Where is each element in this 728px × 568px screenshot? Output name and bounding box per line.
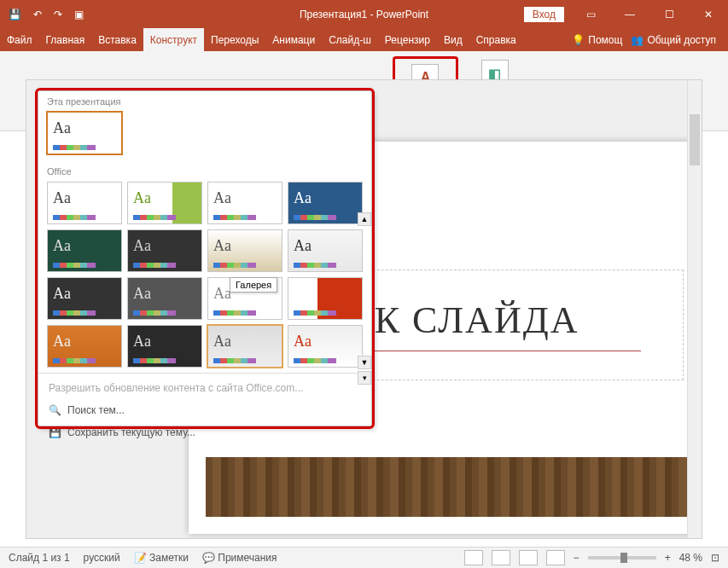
theme-thumb[interactable]: Aa — [127, 229, 202, 272]
theme-swatch — [53, 358, 96, 363]
tell-me[interactable]: 💡Помощ — [572, 34, 622, 46]
ribbon-options-icon[interactable]: ▭ — [571, 0, 610, 28]
theme-aa-text: Aa — [53, 189, 71, 207]
tab-animations[interactable]: Анимаци — [265, 28, 322, 51]
zoom-knob[interactable] — [620, 553, 627, 563]
slide-counter[interactable]: Слайд 1 из 1 — [9, 552, 70, 564]
save-icon: 💾 — [49, 426, 61, 438]
tab-design[interactable]: Конструкт — [143, 28, 204, 51]
fit-window-icon[interactable]: ⊡ — [711, 552, 719, 564]
theme-thumb-current[interactable]: Aa — [47, 112, 122, 154]
zoom-slider[interactable] — [588, 556, 656, 559]
close-icon[interactable]: ✕ — [689, 0, 728, 28]
theme-aa-text: Aa — [294, 333, 312, 351]
theme-swatch — [213, 358, 256, 363]
notes-label: Заметки — [149, 552, 189, 564]
scroll-down-icon[interactable]: ▼ — [358, 356, 371, 369]
theme-grid: ▲ ▼ ▾ AaAaAaAaAaAaAaAaAaAaAaAaAaAaAaAa — [38, 178, 371, 373]
theme-swatch — [294, 263, 336, 268]
theme-aa-text: Aa — [294, 237, 312, 255]
theme-thumb[interactable]: Aa — [288, 182, 363, 224]
undo-icon[interactable]: ↶ — [33, 9, 42, 20]
zoom-out-icon[interactable]: − — [574, 552, 579, 564]
comments-label: Примечания — [218, 552, 277, 564]
maximize-icon[interactable]: ☐ — [649, 0, 689, 28]
save-theme-item[interactable]: 💾 Сохранить текущую тему... — [38, 421, 371, 443]
theme-thumb[interactable]: Aa — [288, 325, 363, 368]
normal-view-button[interactable] — [464, 550, 483, 565]
titlebar: 💾 ↶ ↷ ▣ Презентация1 - PowerPoint Вход ▭… — [0, 0, 728, 28]
zoom-level[interactable]: 48 % — [679, 552, 702, 564]
theme-thumb[interactable]: Aa — [47, 229, 122, 272]
tab-review[interactable]: Рецензир — [378, 28, 437, 51]
notes-button[interactable]: 📝 Заметки — [134, 552, 189, 564]
share-label: Общий доступ — [647, 34, 716, 46]
theme-swatch — [53, 263, 96, 268]
slide-decoration — [206, 457, 692, 517]
theme-aa-text: Aa — [133, 285, 151, 303]
zoom-in-icon[interactable]: + — [665, 552, 671, 564]
theme-aa-text: Aa — [133, 333, 151, 351]
scrollbar-thumb[interactable] — [690, 114, 700, 165]
tab-transitions[interactable]: Переходы — [204, 28, 265, 51]
statusbar-right: − + 48 % ⊡ — [464, 550, 719, 565]
tab-insert[interactable]: Вставка — [91, 28, 143, 51]
theme-thumb[interactable]: Aa — [127, 182, 202, 224]
tab-slideshow[interactable]: Слайд-ш — [322, 28, 378, 51]
theme-thumb[interactable]: Aa — [288, 277, 363, 320]
statusbar: Слайд 1 из 1 русский 📝 Заметки 💬 Примеча… — [0, 547, 728, 568]
theme-aa-text: Aa — [213, 237, 231, 255]
redo-icon[interactable]: ↷ — [54, 9, 62, 20]
slideshow-view-button[interactable] — [546, 550, 565, 565]
theme-aa-text: Aa — [213, 189, 231, 207]
theme-thumb[interactable]: Aa — [127, 277, 202, 320]
ribbon-tabs: Файл Главная Вставка Конструкт Переходы … — [0, 28, 728, 51]
theme-aa-text: Aa — [294, 285, 312, 303]
tab-view[interactable]: Вид — [437, 28, 469, 51]
theme-thumb[interactable]: Aa — [47, 277, 122, 320]
tell-me-label: Помощ — [588, 34, 622, 46]
theme-aa-text: Aa — [213, 333, 231, 351]
minimize-icon[interactable]: — — [610, 0, 649, 28]
scroll-more-icon[interactable]: ▾ — [358, 371, 371, 385]
theme-swatch — [213, 215, 256, 220]
tab-file[interactable]: Файл — [0, 28, 39, 51]
theme-aa-text: Aa — [53, 237, 71, 255]
scroll-up-icon[interactable]: ▲ — [358, 212, 371, 226]
login-button[interactable]: Вход — [524, 7, 564, 22]
reading-view-button[interactable] — [519, 550, 538, 565]
theme-thumb[interactable]: Aa — [207, 182, 282, 224]
theme-thumb[interactable]: Aa — [127, 325, 202, 368]
start-slideshow-icon[interactable]: ▣ — [74, 9, 84, 20]
qat: 💾 ↶ ↷ ▣ — [0, 9, 84, 20]
language-indicator[interactable]: русский — [84, 552, 120, 564]
theme-thumb[interactable]: Aa — [207, 229, 282, 272]
theme-swatch — [133, 310, 176, 316]
search-icon: 🔍 — [49, 404, 61, 416]
theme-swatch — [133, 263, 176, 268]
theme-swatch — [294, 358, 336, 363]
section-office: Office — [38, 161, 371, 178]
theme-thumb[interactable]: Aa — [47, 325, 122, 368]
save-icon[interactable]: 💾 — [9, 9, 21, 20]
share-button[interactable]: 👥Общий доступ — [631, 34, 716, 46]
search-themes-label: Поиск тем... — [67, 404, 125, 416]
sorter-view-button[interactable] — [492, 550, 510, 565]
theme-swatch — [53, 145, 96, 150]
enable-updates-label: Разрешить обновление контента с сайта Of… — [49, 382, 303, 394]
enable-updates-item: Разрешить обновление контента с сайта Of… — [38, 377, 371, 399]
comments-button[interactable]: 💬 Примечания — [202, 552, 277, 564]
tab-home[interactable]: Главная — [39, 28, 92, 51]
theme-swatch — [213, 263, 256, 268]
theme-aa-text: Aa — [53, 119, 71, 137]
share-icon: 👥 — [631, 34, 644, 46]
themes-dropdown: Эта презентация Aa Office ▲ ▼ ▾ AaAaAaAa… — [38, 90, 372, 426]
vertical-scrollbar[interactable] — [687, 80, 702, 538]
search-themes-item[interactable]: 🔍 Поиск тем... — [38, 399, 371, 421]
theme-thumb[interactable]: Aa — [47, 182, 122, 224]
theme-thumb[interactable]: Aa — [207, 325, 282, 368]
theme-swatch — [294, 310, 336, 316]
theme-thumb[interactable]: Aa — [288, 229, 363, 272]
tab-help[interactable]: Справка — [469, 28, 523, 51]
theme-aa-text: Aa — [213, 285, 231, 303]
